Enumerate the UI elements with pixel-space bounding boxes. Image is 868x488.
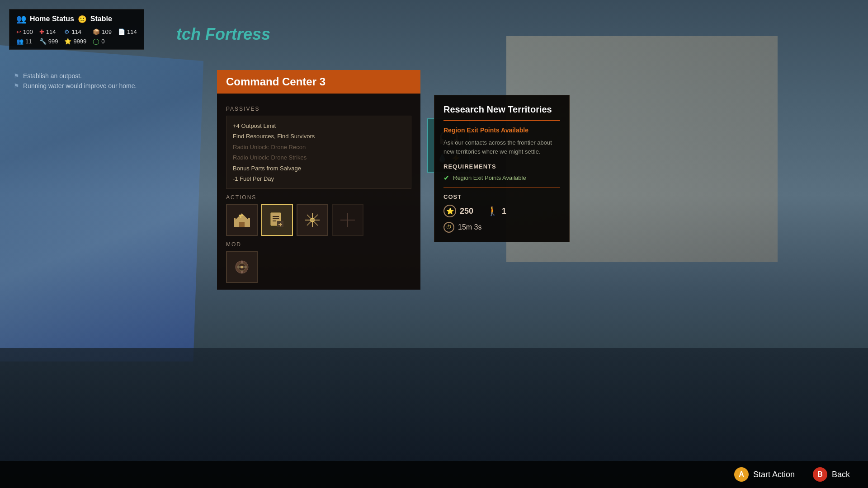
passives-box: +4 Outpost Limit Find Resources, Find Su… [226,116,411,189]
command-title: Command Center 3 [226,75,411,88]
back-group[interactable]: B Back [813,467,850,482]
start-action-group[interactable]: A Start Action [734,467,795,482]
notif-icon-2: ⚑ [14,82,19,89]
right-panel-title: Research New Territories [443,104,560,115]
description-text: Ask our contacts across the frontier abo… [443,138,560,156]
cost-people: 🚶 1 [487,206,506,216]
action-locked [332,204,363,236]
materials-value: 114 [71,28,81,35]
actions-label: ACTIONS [226,194,411,201]
req-item-1: ✔ Region Exit Points Available [443,174,560,182]
medicine-value: 114 [46,28,56,35]
ammo-value: 100 [23,28,33,35]
cost-influence: ⭐ 250 [443,205,473,217]
notif-icon-1: ⚑ [14,72,19,80]
food-icon: 📦 [93,28,100,35]
home-status-label: Home Status [30,15,74,23]
notification-2: ⚑ Running water would improve our home. [14,82,137,89]
mod-label: MOD [226,241,411,248]
people-icon: 👥 [16,14,26,24]
command-header: Command Center 3 [217,70,420,94]
divider-1 [443,120,560,121]
req-check-icon: ✔ [443,174,449,182]
divider-2 [443,188,560,188]
morale-value: 0 [101,38,104,45]
passive-4: Radio Unlock: Drone Strikes [233,152,405,163]
stats-grid: ↩ 100 ✚ 114 ⚙ 114 📦 109 📄 114 👥 11 🔧 999… [16,28,137,45]
stat-food: 📦 109 [93,28,112,35]
command-body: 💧 ⚡ PASSIVES +4 Outpost Limit Find Resou… [217,94,420,290]
stat-fuel: 📄 114 [118,28,137,35]
parts-value: 999 [48,38,58,45]
command-center-panel: Command Center 3 💧 ⚡ [217,70,420,290]
bg-floor [0,348,868,461]
svg-rect-10 [248,218,250,227]
stat-medicine: ✚ 114 [39,28,58,35]
influence-icon: ⭐ [64,38,71,45]
stat-parts: 🔧 999 [39,38,58,45]
home-status-panel: 👥 Home Status 🙂 Stable ↩ 100 ✚ 114 ⚙ 114… [9,9,144,50]
svg-marker-8 [235,213,249,220]
cost-label: COST [443,193,560,200]
passives-label: PASSIVES [226,106,411,112]
passive-3: Radio Unlock: Drone Recon [233,142,405,152]
parts-icon: 🔧 [39,38,47,45]
action-research[interactable] [261,204,293,236]
notif-text-2: Running water would improve our home. [23,82,137,89]
cost-influence-value: 250 [460,206,473,216]
region-exit-label: Region Exit Points Available [443,127,560,134]
stat-influence: ⭐ 9999 [64,38,86,45]
clock-icon: ⏱ [443,222,454,233]
svg-rect-9 [234,218,236,227]
status-emoji: 🙂 [78,15,87,23]
status-text: Stable [90,15,112,23]
svg-rect-7 [239,222,245,227]
mod-slot-1[interactable] [226,251,258,283]
influence-value: 9999 [73,38,86,45]
food-value: 109 [102,28,112,35]
notification-1: ⚑ Establish an outpost. [14,72,137,80]
person-cost-icon: 🚶 [487,206,498,216]
stat-people: 👥 11 [16,38,33,45]
back-label: Back [832,470,850,479]
materials-icon: ⚙ [64,28,70,35]
stat-morale: ◯ 0 [93,38,112,45]
influence-cost-icon: ⭐ [443,205,456,217]
passive-1: +4 Outpost Limit [233,121,405,131]
start-action-label: Start Action [753,470,795,479]
people-count-icon: 👥 [16,38,24,45]
medicine-icon: ✚ [39,28,44,35]
bottom-bar: A Start Action B Back [0,461,868,488]
notifications: ⚑ Establish an outpost. ⚑ Running water … [14,72,137,92]
passive-2: Find Resources, Find Survivors [233,131,405,141]
stat-materials: ⚙ 114 [64,28,86,35]
fuel-icon: 📄 [118,28,125,35]
passive-6: -1 Fuel Per Day [233,174,405,184]
action-outpost[interactable] [226,204,258,236]
req-text-1: Region Exit Points Available [453,174,526,181]
right-detail-panel: Research New Territories Region Exit Poi… [434,95,570,242]
btn-b: B [813,467,827,482]
svg-rect-31 [241,261,243,263]
svg-rect-32 [241,271,243,273]
morale-icon: ◯ [93,38,99,45]
ammo-icon: ↩ [16,28,21,35]
people-value: 11 [25,38,32,45]
requirements-label: REQUIREMENTS [443,163,560,170]
svg-rect-12 [239,215,243,216]
mod-row [226,251,411,283]
cost-time-value: 15m 3s [458,223,481,231]
notif-text-1: Establish an outpost. [23,72,82,80]
action-drone-strike[interactable] [297,204,328,236]
location-title: tch Fortress [176,25,270,44]
bg-tarp [0,45,203,361]
time-row: ⏱ 15m 3s [443,222,560,233]
svg-point-30 [241,266,243,268]
actions-row [226,204,411,236]
home-status-title: 👥 Home Status 🙂 Stable [16,14,137,24]
cost-people-value: 1 [502,206,506,216]
fuel-value: 114 [127,28,137,35]
stat-ammo: ↩ 100 [16,28,33,35]
passive-5: Bonus Parts from Salvage [233,163,405,174]
cost-row: ⭐ 250 🚶 1 [443,205,560,217]
